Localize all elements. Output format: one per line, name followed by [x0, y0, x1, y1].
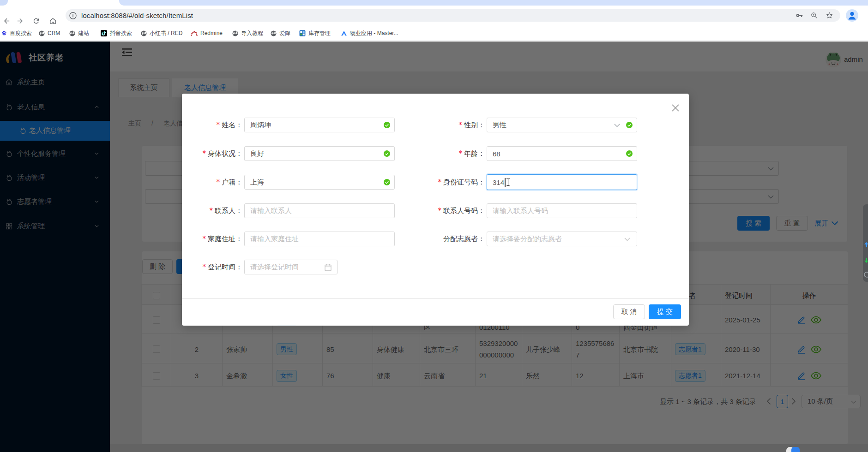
health-input[interactable]: 良好: [244, 146, 395, 161]
bookmark-label: Redmine: [200, 30, 223, 36]
bookmark-import-tutorial[interactable]: 导入教程: [232, 28, 263, 38]
success-check-icon: [626, 122, 633, 128]
form-row: *联系人： 请输入联系人 *联系人号码： 请输入联系人号码: [182, 203, 689, 218]
input-value: 314: [493, 178, 504, 186]
edit-elder-modal: *姓名： 周炳坤 *性别： 男性 *身体状况： 良好 *年龄： 68 *户籍： …: [182, 94, 689, 326]
bookmark-aijiang[interactable]: 爱降: [271, 28, 290, 38]
contact-phone-input[interactable]: 请输入联系人号码: [487, 203, 637, 218]
bookmark-label: 抖音搜索: [110, 30, 132, 37]
home-icon[interactable]: [49, 17, 57, 25]
select-placeholder: 请选择要分配的志愿者: [493, 235, 562, 244]
browser-inactive-tab[interactable]: [119, 0, 868, 6]
form-row: *身体状况： 良好 *年龄： 68: [182, 146, 689, 161]
hukou-label: *户籍：: [182, 175, 242, 190]
select-value: 男性: [493, 121, 506, 130]
required-mark: *: [203, 235, 206, 243]
name-label: *姓名：: [182, 118, 242, 132]
address-bar[interactable]: localhost:8088/#/old-sketch/ItemList: [66, 9, 840, 22]
input-placeholder: 请输入联系人号码: [493, 207, 548, 215]
contact-input[interactable]: 请输入联系人: [244, 203, 395, 218]
redmine-icon: [191, 30, 198, 36]
bookmark-redmine[interactable]: Redmine: [191, 28, 223, 38]
address-label: *家庭住址：: [182, 232, 242, 246]
required-mark: *: [203, 263, 206, 271]
required-mark: *: [459, 149, 463, 158]
ibeam-cursor-icon: [506, 178, 510, 186]
submit-button[interactable]: 提 交: [649, 304, 681, 319]
contact-phone-label: *联系人号码：: [425, 203, 485, 218]
hukou-input[interactable]: 上海: [244, 175, 395, 190]
calendar-icon: [325, 264, 332, 271]
globe-icon: [141, 30, 147, 36]
bookmark-crm[interactable]: CRM: [39, 28, 60, 38]
chevron-down-icon: [614, 124, 620, 127]
age-label: *年龄：: [425, 146, 485, 161]
extension-side-widget[interactable]: [863, 204, 868, 282]
name-input[interactable]: 周炳坤: [244, 118, 395, 132]
reload-icon[interactable]: [32, 17, 40, 25]
form-row: *登记时间： 请选择登记时间: [182, 260, 689, 274]
required-mark: *: [217, 121, 220, 129]
property-icon: [341, 30, 347, 36]
arrow-down-icon[interactable]: [864, 258, 868, 263]
success-check-icon: [384, 122, 390, 128]
browser-toolbar: localhost:8088/#/old-sketch/ItemList: [0, 6, 868, 25]
bookmark-douyin[interactable]: 抖音搜索: [101, 28, 132, 38]
inventory-icon: [299, 30, 306, 36]
reg-date-picker[interactable]: 请选择登记时间: [244, 260, 338, 274]
site-info-icon[interactable]: [69, 12, 77, 19]
forward-icon[interactable]: [16, 17, 24, 25]
cancel-button-label: 取 消: [621, 308, 637, 316]
globe-icon: [232, 30, 238, 36]
bookmarks-bar: du 百度搜索 CRM 建站 抖音搜索 小红书 / RED Redmine 导入…: [0, 25, 868, 41]
idcard-input[interactable]: 314: [487, 174, 637, 190]
url-text[interactable]: localhost:8088/#/old-sketch/ItemList: [81, 12, 193, 19]
bookmark-baidu[interactable]: du 百度搜索: [1, 28, 32, 38]
bookmark-jianzhan[interactable]: 建站: [69, 28, 89, 38]
screen: localhost:8088/#/old-sketch/ItemList du …: [0, 0, 868, 452]
bookmark-property-app[interactable]: 物业应用 - Master...: [341, 28, 398, 38]
close-icon[interactable]: [670, 103, 681, 113]
reg-date-label: *登记时间：: [182, 260, 242, 274]
bookmark-star-icon[interactable]: [826, 12, 833, 19]
tiktok-icon: [101, 30, 107, 36]
browser-profile-avatar[interactable]: [846, 9, 858, 22]
back-icon[interactable]: [3, 17, 11, 25]
bookmark-inventory[interactable]: 库存管理: [299, 28, 331, 38]
volunteer-select[interactable]: 请选择要分配的志愿者: [487, 232, 637, 246]
age-input[interactable]: 68: [487, 146, 637, 161]
volunteer-label: 分配志愿者：: [425, 232, 485, 246]
browser-tab-strip: [0, 0, 868, 6]
address-input[interactable]: 请输入家庭住址: [244, 232, 395, 246]
gender-label: *性别：: [425, 118, 485, 132]
input-placeholder: 请输入联系人: [250, 207, 292, 215]
gender-select[interactable]: 男性: [487, 118, 637, 132]
contact-label: *联系人：: [182, 203, 242, 218]
field-label-text: 登记时间：: [208, 263, 242, 272]
required-mark: *: [210, 207, 213, 215]
globe-icon: [39, 30, 45, 36]
health-label: *身体状况：: [182, 146, 242, 161]
bookmark-xiaohongshu[interactable]: 小红书 / RED: [141, 28, 182, 38]
submit-button-label: 提 交: [657, 308, 673, 316]
input-value: 68: [493, 150, 500, 158]
svg-text:du: du: [3, 33, 5, 35]
bookmark-label: 百度搜索: [10, 30, 32, 37]
field-label-text: 性别：: [464, 121, 485, 130]
bookmark-label: CRM: [48, 30, 60, 36]
bookmark-label: 库存管理: [308, 30, 331, 37]
zoom-icon[interactable]: [810, 12, 818, 19]
widget-circle-icon[interactable]: [864, 272, 868, 278]
float-help-button[interactable]: [791, 447, 800, 452]
field-label-text: 联系人：: [215, 207, 242, 215]
arrow-up-icon[interactable]: [864, 242, 868, 247]
bookmark-label: 建站: [78, 30, 89, 37]
field-label-text: 身份证号码：: [443, 178, 485, 187]
success-check-icon: [384, 150, 390, 157]
cancel-button[interactable]: 取 消: [613, 304, 645, 319]
field-label-text: 家庭住址：: [208, 235, 242, 244]
globe-icon: [69, 30, 75, 36]
modal-footer-divider: [182, 298, 689, 299]
field-label-text: 联系人号码：: [443, 207, 485, 215]
password-key-icon[interactable]: [796, 12, 803, 19]
